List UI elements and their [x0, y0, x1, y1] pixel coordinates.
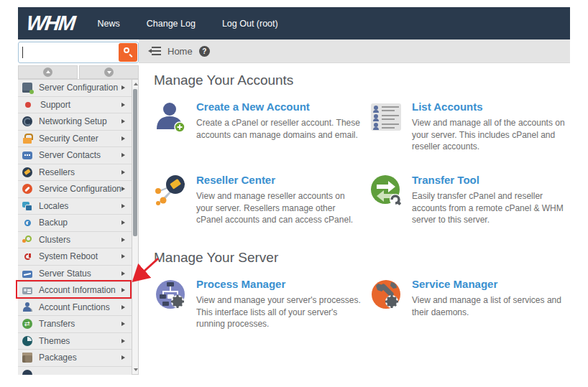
sidebar-scrollbar[interactable]: [132, 79, 139, 375]
networking-setup-icon: [22, 116, 32, 126]
card-list-accounts: List Accounts View and manage all of the…: [369, 101, 578, 153]
flyout-arrow-icon: [121, 254, 125, 258]
card-title[interactable]: List Accounts: [412, 101, 578, 113]
flyout-arrow-icon: [121, 103, 125, 107]
section-title-accounts: Manage Your Accounts: [154, 73, 293, 88]
scrollbar-down-icon: [134, 368, 138, 371]
card-service-manager: Service Manager View and manage a list o…: [369, 278, 578, 318]
section-title-server: Manage Your Server: [154, 250, 278, 266]
whm-logo: WHM: [25, 11, 75, 35]
locales-icon: [22, 201, 32, 211]
card-description: Easily transfer cPanel and reseller acco…: [412, 190, 578, 226]
card-transfer-tool: Transfer Tool Easily transfer cPanel and…: [369, 174, 578, 226]
flyout-arrow-icon: [121, 339, 125, 343]
sidebar-item-service-configuration[interactable]: Service Configuration: [18, 181, 132, 198]
flyout-arrow-icon: [121, 136, 125, 141]
help-icon[interactable]: ?: [199, 46, 210, 57]
flyout-arrow-icon: [121, 153, 125, 157]
search-button[interactable]: [119, 43, 137, 62]
collapse-sidebar-icon[interactable]: [148, 47, 161, 55]
flyout-arrow-icon: [121, 355, 125, 360]
breadcrumb: Home ?: [139, 39, 570, 63]
scroll-up-button[interactable]: [18, 65, 78, 79]
card-process-manager: Process Manager View and manage your ser…: [154, 278, 362, 330]
server-contacts-icon: [22, 151, 32, 159]
flyout-arrow-icon: [121, 119, 125, 123]
scrollbar-thumb[interactable]: [133, 89, 137, 236]
sidebar-item-server-contacts[interactable]: Server Contacts: [18, 147, 132, 164]
packages-icon: [22, 353, 32, 363]
service-manager-icon[interactable]: [369, 278, 403, 311]
sidebar-item-account-functions[interactable]: Account Functions: [18, 299, 132, 317]
reseller-center-icon[interactable]: [154, 174, 187, 207]
flyout-arrow-icon: [121, 288, 125, 292]
log-out-link[interactable]: Log Out (root): [222, 19, 278, 29]
sidebar-item-security-center[interactable]: Security Center: [18, 131, 132, 148]
sidebar-item-clusters[interactable]: Clusters: [18, 232, 132, 249]
card-title[interactable]: Transfer Tool: [412, 174, 578, 186]
create-new-account-icon[interactable]: [154, 101, 187, 134]
themes-icon: [22, 336, 32, 346]
search-input[interactable]: [18, 42, 139, 63]
sidebar-item-system-reboot[interactable]: System Reboot: [18, 248, 132, 266]
flyout-arrow-icon: [121, 170, 125, 174]
breadcrumb-home[interactable]: Home: [167, 46, 193, 57]
scrollbar-up-icon: [134, 83, 138, 85]
card-title[interactable]: Create a New Account: [196, 101, 362, 113]
card-create-new-account: Create a New Account Create a cPanel or …: [154, 101, 362, 141]
sidebar-item-networking-setup[interactable]: Networking Setup: [18, 113, 132, 131]
flyout-arrow-icon: [121, 187, 125, 191]
sidebar-item-partial[interactable]: [18, 367, 132, 376]
support-icon: [25, 102, 31, 108]
sidebar-scroll-buttons: [18, 65, 139, 79]
transfer-tool-icon[interactable]: [369, 174, 403, 207]
flyout-arrow-icon: [121, 204, 125, 208]
partial-item-icon: [22, 370, 32, 375]
news-link[interactable]: News: [97, 19, 119, 29]
top-bar: WHM News Change Log Log Out (root): [18, 7, 570, 39]
arrow-up-icon: [43, 67, 52, 77]
sidebar-nav: Server Configuration Support Networking …: [18, 79, 132, 375]
sidebar-item-themes[interactable]: Themes: [18, 333, 132, 350]
flyout-arrow-icon: [121, 322, 125, 326]
system-reboot-icon: [24, 253, 31, 260]
account-functions-icon: [22, 302, 32, 312]
change-log-link[interactable]: Change Log: [147, 19, 196, 29]
sidebar-item-server-status[interactable]: Server Status: [18, 266, 132, 283]
sidebar-item-resellers[interactable]: Resellers: [18, 164, 132, 182]
card-title[interactable]: Process Manager: [196, 278, 362, 290]
whm-window: WHM News Change Log Log Out (root) Serve…: [18, 7, 570, 375]
sidebar-item-backup[interactable]: Backup: [18, 215, 132, 232]
card-description: View and manage your server's processes.…: [196, 294, 362, 330]
resellers-icon: [22, 167, 32, 177]
search-icon: [124, 47, 129, 53]
card-description: View and manage all of the accounts on y…: [412, 117, 578, 153]
clusters-icon: [22, 235, 32, 245]
card-title[interactable]: Reseller Center: [196, 174, 362, 186]
server-configuration-icon: [22, 83, 32, 93]
sidebar-item-locales[interactable]: Locales: [18, 198, 132, 215]
account-information-icon: [22, 287, 32, 294]
flyout-arrow-icon: [121, 85, 125, 90]
flyout-arrow-icon: [121, 271, 125, 276]
sidebar-item-account-information[interactable]: Account Information: [18, 282, 132, 299]
service-configuration-icon: [22, 184, 32, 194]
security-center-icon: [22, 134, 32, 144]
sidebar-item-packages[interactable]: Packages: [18, 350, 132, 367]
transfers-icon: [22, 319, 32, 329]
list-accounts-icon[interactable]: [369, 101, 403, 134]
text-cursor: [22, 47, 23, 58]
sidebar-item-server-configuration[interactable]: Server Configuration: [18, 80, 132, 97]
sidebar-item-support[interactable]: Support: [18, 97, 132, 114]
top-nav: News Change Log Log Out (root): [97, 19, 277, 29]
card-reseller-center: Reseller Center View and manage reseller…: [154, 174, 362, 226]
card-title[interactable]: Service Manager: [412, 278, 578, 290]
sidebar-item-transfers[interactable]: Transfers: [18, 316, 132, 333]
flyout-arrow-icon: [121, 305, 125, 309]
backup-icon: [24, 220, 31, 226]
card-description: Create a cPanel or reseller account. The…: [196, 117, 362, 141]
scroll-down-button[interactable]: [79, 65, 139, 79]
arrow-down-icon: [104, 67, 114, 77]
flyout-arrow-icon: [121, 238, 125, 242]
process-manager-icon[interactable]: [154, 278, 187, 311]
